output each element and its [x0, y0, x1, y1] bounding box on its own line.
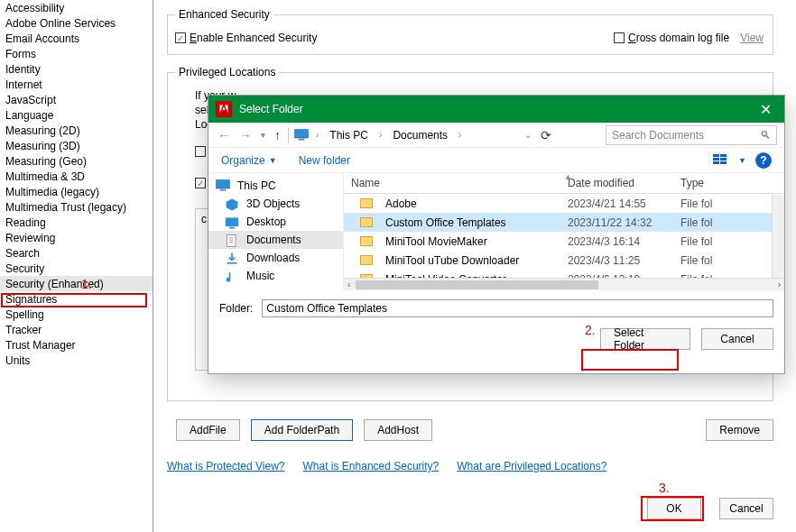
crumb-thispc[interactable]: This PC — [326, 129, 372, 142]
chevron-right-icon[interactable]: › — [377, 130, 384, 140]
file-grid[interactable]: Name▲ Date modified Type Adobe2023/4/21 … — [344, 173, 784, 290]
navtree-downloads[interactable]: Downloads — [208, 249, 343, 267]
scrollbar-horizontal[interactable]: ‹ › — [344, 278, 784, 290]
enable-enhanced-security-checkbox[interactable]: ✓ Enable Enhanced Security — [175, 32, 317, 44]
sidebar-item-search[interactable]: Search — [0, 245, 153, 261]
chevron-right-icon[interactable]: › — [314, 130, 320, 140]
check-icon: ✓ — [175, 32, 186, 43]
protected-view-link[interactable]: What is Protected View? — [167, 460, 285, 472]
file-row[interactable]: Adobe2023/4/21 14:55File fol — [344, 194, 784, 213]
help-icon[interactable]: ? — [755, 152, 772, 169]
file-row[interactable]: MiniTool uTube Downloader2023/4/3 11:25F… — [344, 251, 784, 270]
sidebar-item-accessibility[interactable]: Accessibility — [0, 0, 153, 15]
navtree-3d-objects[interactable]: 3D Objects — [208, 195, 343, 213]
privileged-locations-link[interactable]: What are Privileged Locations? — [457, 460, 606, 472]
annotation-1-number: 1. — [81, 277, 92, 291]
nav-up-icon[interactable]: ↑ — [273, 128, 282, 142]
svg-rect-1 — [299, 138, 305, 140]
dialog-cancel-button[interactable]: Cancel — [701, 328, 773, 350]
navtree-desktop[interactable]: Desktop — [208, 213, 343, 231]
file-grid-header[interactable]: Name▲ Date modified Type — [344, 173, 784, 194]
enhanced-security-group: Enhanced Security ✓ Enable Enhanced Secu… — [167, 14, 773, 55]
sidebar-item-measuring-3d-[interactable]: Measuring (3D) — [0, 138, 153, 153]
scroll-thumb[interactable] — [356, 280, 597, 289]
scrollbar-vertical[interactable] — [772, 195, 784, 278]
add-host-button[interactable]: Add Host — [364, 419, 432, 441]
file-row[interactable]: MiniTool MovieMaker2023/4/3 16:14File fo… — [344, 232, 784, 251]
refresh-icon[interactable]: ⟳ — [539, 128, 553, 142]
nav-back-icon[interactable]: ← — [216, 128, 232, 142]
sidebar-item-reviewing[interactable]: Reviewing — [0, 230, 153, 245]
cancel-button[interactable]: Cancel — [719, 498, 773, 519]
sidebar-item-security[interactable]: Security — [0, 261, 153, 276]
sidebar-item-measuring-2d-[interactable]: Measuring (2D) — [0, 123, 153, 138]
view-options-icon[interactable] — [713, 154, 729, 167]
sidebar-item-units[interactable]: Units — [0, 353, 153, 368]
privileged-locations-title: Privileged Locations — [175, 66, 279, 78]
nav-tree[interactable]: This PC3D ObjectsDesktopDocumentsDownloa… — [208, 173, 344, 290]
svg-rect-0 — [295, 129, 309, 137]
select-folder-button[interactable]: Select Folder — [600, 328, 690, 350]
search-input[interactable]: Search Documents 🔍︎ — [606, 125, 777, 145]
folder-icon — [360, 236, 373, 246]
navtree-music[interactable]: Music — [208, 267, 343, 285]
file-row[interactable]: Custom Office Templates2023/11/22 14:32F… — [344, 213, 784, 232]
annotation-3-number: 3. — [659, 481, 670, 495]
sidebar-item-spelling[interactable]: Spelling — [0, 307, 153, 322]
sidebar-item-tracker[interactable]: Tracker — [0, 322, 153, 337]
col-name[interactable]: Name▲ — [344, 173, 560, 193]
sidebar-item-email-accounts[interactable]: Email Accounts — [0, 31, 153, 46]
svg-rect-11 — [227, 262, 236, 264]
crumb-documents[interactable]: Documents — [389, 129, 451, 142]
folder-icon — [360, 255, 373, 265]
remove-button[interactable]: Remove — [706, 419, 773, 441]
folder-icon — [360, 198, 373, 208]
sidebar-item-trust-manager[interactable]: Trust Manager — [0, 337, 153, 353]
chevron-down-icon[interactable]: ▼ — [738, 156, 746, 165]
col-type[interactable]: Type — [673, 173, 784, 193]
sidebar-item-adobe-online-services[interactable]: Adobe Online Services — [0, 15, 153, 31]
nav-recent-icon[interactable]: ▾ — [259, 130, 267, 140]
sidebar-item-multimedia-legacy-[interactable]: Multimedia (legacy) — [0, 184, 153, 199]
dialog-navbar: ← → ▾ ↑ › This PC › Documents › ⌄ ⟳ Sear… — [208, 123, 784, 148]
svg-marker-4 — [227, 199, 238, 211]
sidebar-item-javascript[interactable]: JavaScript — [0, 92, 153, 107]
ok-button[interactable]: OK — [647, 498, 701, 519]
nav-fwd-icon[interactable]: → — [237, 128, 254, 142]
sidebar-item-forms[interactable]: Forms — [0, 46, 153, 61]
sidebar-item-multimedia-3d[interactable]: Multimedia & 3D — [0, 169, 153, 184]
add-file-button[interactable]: Add File — [176, 419, 240, 441]
sidebar-item-signatures[interactable]: Signatures — [0, 291, 153, 307]
navtree-documents[interactable]: Documents — [208, 231, 343, 249]
category-sidebar: AccessibilityAdobe Online ServicesEmail … — [0, 0, 153, 532]
sidebar-item-measuring-geo-[interactable]: Measuring (Geo) — [0, 153, 153, 169]
checkbox-icon — [195, 146, 206, 157]
view-log-link[interactable]: View — [740, 32, 764, 44]
sidebar-item-language[interactable]: Language — [0, 107, 153, 123]
search-icon: 🔍︎ — [760, 129, 771, 142]
folder-label: Folder: — [219, 302, 253, 315]
enhanced-security-link[interactable]: What is Enhanced Security? — [303, 460, 440, 472]
folder-icon — [360, 217, 373, 227]
downloads-icon — [225, 252, 239, 264]
sidebar-item-internet[interactable]: Internet — [0, 77, 153, 92]
scroll-left-icon[interactable]: ‹ — [344, 280, 354, 289]
new-folder-button[interactable]: New folder — [299, 154, 350, 167]
cross-domain-log-checkbox[interactable]: Cross domain log file — [614, 32, 729, 44]
sidebar-item-multimedia-trust-legacy-[interactable]: Multimedia Trust (legacy) — [0, 199, 153, 215]
folder-name-input[interactable]: Custom Office Templates — [262, 299, 773, 317]
organize-menu[interactable]: Organize ▼ — [221, 154, 277, 167]
navtree-this-pc[interactable]: This PC — [208, 177, 343, 195]
sidebar-item-identity[interactable]: Identity — [0, 61, 153, 77]
crumb-dropdown-icon[interactable]: ⌄ — [523, 130, 533, 140]
sort-asc-icon: ▲ — [564, 173, 572, 181]
close-icon[interactable]: ✕ — [754, 101, 777, 118]
sidebar-item-reading[interactable]: Reading — [0, 215, 153, 230]
chevron-right-icon[interactable]: › — [457, 130, 463, 140]
add-folder-path-button[interactable]: Add Folder Path — [251, 419, 353, 441]
col-date[interactable]: Date modified — [560, 173, 673, 193]
svg-rect-2 — [217, 180, 230, 188]
scroll-right-icon[interactable]: › — [774, 280, 784, 289]
svg-rect-3 — [220, 189, 227, 191]
sidebar-item-security-enhanced-[interactable]: Security (Enhanced) — [0, 276, 153, 291]
